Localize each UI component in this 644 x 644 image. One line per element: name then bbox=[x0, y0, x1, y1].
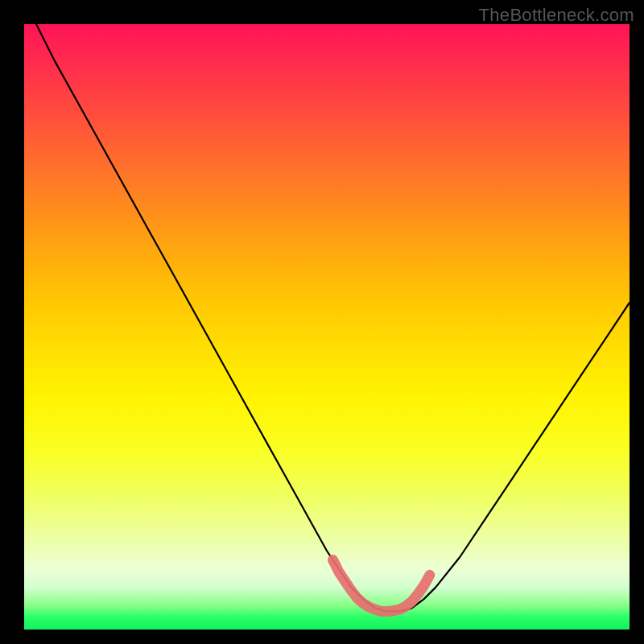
optimal-range-marker-path bbox=[333, 560, 430, 612]
chart-plot-area bbox=[24, 24, 630, 630]
chart-svg bbox=[24, 24, 630, 630]
bottleneck-curve-path bbox=[36, 24, 630, 611]
watermark-text: TheBottleneck.com bbox=[479, 5, 634, 26]
